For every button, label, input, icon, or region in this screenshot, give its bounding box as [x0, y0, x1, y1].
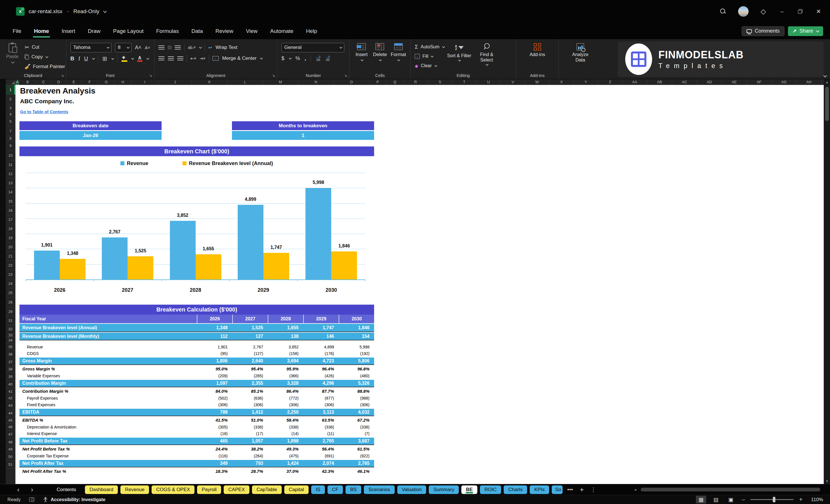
- column-header-AG[interactable]: AG: [772, 79, 797, 85]
- font-dialog-launcher[interactable]: ↘: [149, 73, 152, 77]
- row-header-35[interactable]: 35: [6, 344, 15, 350]
- avatar[interactable]: [738, 6, 749, 17]
- column-header-N[interactable]: N: [298, 79, 334, 85]
- row-header-10[interactable]: 10: [6, 151, 15, 160]
- scroll-up-icon[interactable]: ▲: [824, 81, 830, 84]
- sheet-tab-is[interactable]: IS: [311, 485, 325, 494]
- align-top-icon[interactable]: [158, 45, 164, 50]
- table-row[interactable]: Net Profit Before Tax4651,0571,8982,7653…: [20, 437, 374, 445]
- row-header-41[interactable]: 41: [6, 388, 15, 395]
- title-chevron-down-icon[interactable]: [103, 9, 107, 13]
- table-header-row[interactable]: Fiscal Year 20262027202820292030: [20, 315, 374, 323]
- bold-button[interactable]: B: [70, 56, 74, 62]
- shrink-font-button[interactable]: A˅: [145, 45, 150, 50]
- column-header-T[interactable]: T: [452, 79, 477, 85]
- increase-decimal-icon[interactable]: ←0.00: [316, 56, 320, 61]
- sheet-tab-cogs-opex[interactable]: COGS & OPEX: [152, 485, 194, 494]
- sheet-tab-scenarios[interactable]: Scenarios: [364, 485, 395, 494]
- font-color-icon[interactable]: A: [137, 56, 142, 62]
- zoom-slider[interactable]: [751, 499, 793, 500]
- ribbon-tab-formulas[interactable]: Formulas: [150, 23, 185, 39]
- sheet-nav-prev-icon[interactable]: ‹: [11, 485, 25, 494]
- row-header-3[interactable]: 3: [6, 104, 15, 112]
- kpi-breakeven-date[interactable]: Breakeven date Jan-26: [20, 121, 162, 140]
- row-header-43[interactable]: 43: [6, 402, 15, 410]
- align-center-icon[interactable]: [168, 56, 174, 61]
- borders-chevron-icon[interactable]: [111, 57, 114, 60]
- column-header-F[interactable]: F: [82, 79, 98, 85]
- row-header-5[interactable]: 5: [6, 117, 15, 126]
- row-header-46[interactable]: 46: [6, 424, 15, 431]
- row-header-7[interactable]: 7: [6, 126, 15, 136]
- merge-center-button[interactable]: Merge & Center: [222, 54, 257, 63]
- row-header-33[interactable]: 33: [6, 334, 15, 337]
- autosum-button[interactable]: Σ AutoSum: [415, 43, 444, 51]
- row-header-17[interactable]: 17: [6, 215, 15, 224]
- underline-button[interactable]: U: [84, 56, 88, 62]
- table-of-contents-link[interactable]: Go to Table of Contents: [20, 109, 68, 114]
- paste-button[interactable]: Paste: [4, 43, 21, 71]
- ribbon-tab-data[interactable]: Data: [185, 23, 209, 39]
- wrap-text-button[interactable]: Wrap Text: [216, 43, 237, 52]
- sheet-tab-capital[interactable]: Capital: [284, 485, 309, 494]
- sheet-tab-payroll[interactable]: Payroll: [197, 485, 221, 494]
- column-header-A[interactable]: A: [15, 79, 20, 85]
- row-header-37[interactable]: 37: [6, 358, 15, 366]
- column-header-I[interactable]: I: [131, 79, 158, 85]
- row-header-1[interactable]: 1: [6, 85, 15, 95]
- sheet-tab-cf[interactable]: CF: [327, 485, 343, 494]
- table-row[interactable]: Revenue1,9012,7673,8524,8995,998: [20, 344, 374, 350]
- row-header-45[interactable]: 45: [6, 417, 15, 424]
- row-header-31[interactable]: 31: [6, 316, 15, 325]
- row-header-29[interactable]: 29: [6, 308, 15, 316]
- row-header-26[interactable]: 26: [6, 297, 15, 308]
- table-row[interactable]: Corporate Tax Expense(116)(264)(475)(691…: [20, 453, 374, 460]
- copy-button[interactable]: Copy: [25, 52, 65, 62]
- sheet-options-kebab-icon[interactable]: ⋮: [587, 486, 600, 493]
- column-header-E[interactable]: E: [66, 79, 82, 85]
- column-header-X[interactable]: X: [549, 79, 574, 85]
- premium-diamond-icon[interactable]: ◇: [761, 8, 766, 15]
- row-header-42[interactable]: 42: [6, 395, 15, 402]
- row-header-11[interactable]: 11: [6, 160, 15, 169]
- fill-button[interactable]: ↓ Fill: [415, 52, 444, 61]
- column-header-AC[interactable]: AC: [672, 79, 697, 85]
- vertical-scrollbar[interactable]: ▲ ▼: [824, 79, 830, 484]
- table-row[interactable]: Interest Expense(18)(17)(14)(11)(7): [20, 431, 374, 437]
- column-header-AD[interactable]: AD: [697, 79, 722, 85]
- minimize-button[interactable]: –: [778, 8, 786, 15]
- grow-font-button[interactable]: A˄: [135, 44, 141, 51]
- search-icon[interactable]: [720, 8, 726, 14]
- column-header-Y[interactable]: Y: [574, 79, 598, 85]
- row-header-21[interactable]: 21: [6, 252, 15, 261]
- column-header-P[interactable]: P: [369, 79, 386, 85]
- row-header-51[interactable]: 51: [6, 461, 15, 469]
- table-row[interactable]: Variable Expenses(209)(285)(366)(426)(48…: [20, 373, 374, 379]
- column-header-H[interactable]: H: [115, 79, 131, 85]
- align-left-icon[interactable]: [158, 56, 164, 61]
- sheet-nav-next-icon[interactable]: ›: [25, 485, 39, 494]
- table-row[interactable]: EBITDA7881,4122,2503,1134,032: [20, 408, 374, 416]
- decrease-decimal-icon[interactable]: →0.00: [325, 56, 330, 61]
- row-header-22[interactable]: 22: [6, 261, 15, 270]
- column-header-AE[interactable]: AE: [722, 79, 747, 85]
- increase-indent-icon[interactable]: ⇥≡: [200, 56, 205, 61]
- row-header-12[interactable]: 12: [6, 169, 15, 179]
- row-header-14[interactable]: 14: [6, 188, 15, 197]
- sheet-tab-captable[interactable]: CapTable: [252, 485, 282, 494]
- column-header-D[interactable]: D: [51, 79, 66, 85]
- row-header-18[interactable]: 18: [6, 224, 15, 233]
- font-size-select[interactable]: 8: [115, 43, 132, 52]
- breakeven-calculation-table[interactable]: Breakeven Calculation ($'000) Fiscal Yea…: [20, 305, 374, 475]
- comments-button[interactable]: Comments: [742, 26, 785, 36]
- row-header-8[interactable]: 8: [6, 136, 15, 141]
- ribbon-tab-file[interactable]: File: [6, 23, 28, 39]
- macro-record-icon[interactable]: [29, 497, 34, 502]
- row-header-23[interactable]: 23: [6, 270, 15, 279]
- sheet-tab-roic[interactable]: ROIC: [480, 485, 501, 494]
- column-header-B[interactable]: B: [20, 79, 36, 85]
- decrease-indent-icon[interactable]: ⇤≡: [190, 56, 196, 61]
- ribbon-tab-automate[interactable]: Automate: [264, 23, 299, 39]
- ribbon-tab-home[interactable]: Home: [28, 23, 56, 39]
- borders-icon[interactable]: ⊞: [102, 55, 107, 62]
